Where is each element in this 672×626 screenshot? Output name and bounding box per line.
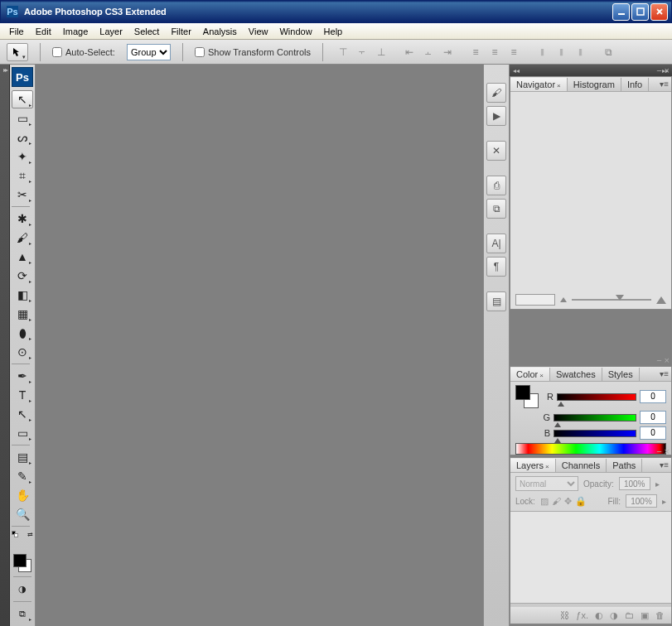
- tab-close-icon[interactable]: ×: [557, 82, 561, 89]
- align-left-icon[interactable]: ⇤: [401, 44, 418, 60]
- navigator-zoom-field[interactable]: [515, 294, 555, 306]
- channel-r-slider[interactable]: [557, 393, 636, 401]
- history-panel-icon[interactable]: ▤: [486, 291, 506, 311]
- shape-tool[interactable]: ▭▸: [12, 424, 33, 442]
- panel-menu-icon[interactable]: ▾≡: [660, 369, 669, 378]
- tab-info[interactable]: Info: [621, 78, 649, 91]
- show-transform-checkbox[interactable]: [195, 47, 205, 57]
- align-top-icon[interactable]: ⊤: [335, 44, 351, 60]
- path-selection-tool[interactable]: ↖▸: [12, 405, 33, 423]
- lock-image-icon[interactable]: 🖌: [552, 496, 561, 507]
- new-group-icon[interactable]: 🗀: [625, 610, 634, 620]
- distribute-hcenter-icon[interactable]: ⦀: [553, 44, 569, 60]
- auto-select-option[interactable]: Auto-Select:: [52, 47, 115, 57]
- screen-mode-button[interactable]: ⧉▸: [12, 604, 33, 623]
- link-layers-icon[interactable]: ⛓: [560, 610, 569, 620]
- panel-minimize-icon[interactable]: −: [656, 355, 661, 365]
- channel-g-slider[interactable]: [554, 414, 636, 421]
- adjustment-layer-icon[interactable]: ◑: [610, 610, 618, 621]
- panel-close-icon[interactable]: ×: [665, 446, 670, 456]
- pen-tool[interactable]: ✒▸: [12, 367, 33, 385]
- menu-file[interactable]: File: [3, 25, 30, 38]
- flyout-icon[interactable]: ▸: [662, 497, 666, 506]
- distribute-right-icon[interactable]: ⦀: [572, 44, 588, 60]
- tab-color[interactable]: Color×: [510, 368, 550, 381]
- opacity-value[interactable]: 100%: [619, 477, 650, 490]
- marquee-tool[interactable]: ▭▸: [12, 109, 33, 128]
- menu-select[interactable]: Select: [128, 25, 166, 38]
- new-layer-icon[interactable]: ▣: [641, 610, 649, 621]
- character-panel-icon[interactable]: A|: [486, 234, 506, 253]
- foreground-background-colors[interactable]: [12, 552, 33, 574]
- history-brush-tool[interactable]: ⟳▸: [12, 267, 33, 285]
- foreground-color-swatch[interactable]: [13, 554, 27, 567]
- tab-paths[interactable]: Paths: [607, 459, 642, 472]
- color-swatch-pair[interactable]: [515, 385, 539, 408]
- current-tool-indicator[interactable]: [7, 43, 28, 61]
- distribute-top-icon[interactable]: ≡: [467, 44, 484, 60]
- menu-view[interactable]: View: [243, 25, 274, 38]
- fill-value[interactable]: 100%: [626, 494, 657, 508]
- close-button[interactable]: [650, 3, 668, 21]
- panel-close-icon[interactable]: ×: [665, 355, 670, 365]
- slice-tool[interactable]: ✂▸: [12, 185, 33, 204]
- align-vcenter-icon[interactable]: ⫟: [354, 44, 370, 60]
- hand-tool[interactable]: ✋: [12, 486, 33, 504]
- lock-position-icon[interactable]: ✥: [564, 496, 572, 507]
- channel-g-value[interactable]: 0: [640, 411, 666, 424]
- tab-styles[interactable]: Styles: [602, 368, 640, 381]
- swap-colors-icon[interactable]: ⇄: [27, 531, 33, 538]
- menu-layer[interactable]: Layer: [94, 25, 128, 38]
- tab-swatches[interactable]: Swatches: [550, 368, 602, 381]
- paragraph-panel-icon[interactable]: ¶: [486, 257, 506, 277]
- zoom-in-icon[interactable]: [656, 296, 666, 304]
- healing-brush-tool[interactable]: ✱▸: [12, 209, 33, 228]
- eraser-tool[interactable]: ◧▸: [12, 286, 33, 304]
- dodge-tool[interactable]: ⊙▸: [12, 343, 33, 361]
- zoom-tool[interactable]: 🔍: [12, 505, 33, 523]
- show-transform-option[interactable]: Show Transform Controls: [195, 47, 311, 57]
- lock-transparency-icon[interactable]: ▨: [540, 496, 549, 507]
- clone-stamp-tool[interactable]: ▲▸: [12, 248, 33, 266]
- menu-image[interactable]: Image: [57, 25, 94, 38]
- eyedropper-tool[interactable]: ✎▸: [12, 467, 33, 485]
- align-right-icon[interactable]: ⇥: [439, 44, 456, 60]
- brush-tool[interactable]: 🖌▸: [12, 229, 33, 247]
- clone-source-panel-icon[interactable]: ▶: [486, 106, 506, 126]
- distribute-left-icon[interactable]: ⦀: [534, 44, 550, 60]
- panel-minimize-icon[interactable]: −: [656, 65, 661, 75]
- color-spectrum-ramp[interactable]: [515, 443, 666, 455]
- canvas-workspace[interactable]: [36, 65, 483, 626]
- channel-b-slider[interactable]: [554, 430, 636, 437]
- menu-filter[interactable]: Filter: [165, 25, 196, 38]
- auto-select-mode-dropdown[interactable]: Group: [127, 44, 171, 60]
- layer-mask-icon[interactable]: ◐: [595, 610, 603, 621]
- panel-menu-icon[interactable]: ▾≡: [660, 460, 669, 470]
- brushes-panel-icon[interactable]: 🖌: [486, 83, 506, 103]
- tab-histogram[interactable]: Histogram: [568, 78, 621, 91]
- blur-tool[interactable]: ⬮▸: [12, 324, 33, 342]
- default-colors[interactable]: ⇄: [12, 531, 33, 552]
- panel-minimize-icon[interactable]: −: [656, 446, 661, 456]
- gradient-tool[interactable]: ▦▸: [12, 305, 33, 323]
- panel-dock-strip[interactable]: ◂◂ ▸▸: [510, 65, 672, 76]
- left-dock-strip[interactable]: ▸▸: [0, 65, 10, 626]
- actions-panel-icon[interactable]: ⧉: [486, 199, 506, 219]
- channel-b-value[interactable]: 0: [640, 426, 666, 440]
- panel-menu-icon[interactable]: ▾≡: [660, 79, 669, 89]
- menu-edit[interactable]: Edit: [30, 25, 57, 38]
- auto-align-icon[interactable]: ⧉: [600, 44, 616, 60]
- lock-all-icon[interactable]: 🔒: [575, 496, 587, 507]
- quick-mask-button[interactable]: ◑: [12, 580, 33, 598]
- menu-window[interactable]: Window: [273, 25, 317, 38]
- distribute-vcenter-icon[interactable]: ≡: [486, 44, 503, 60]
- maximize-button[interactable]: [631, 3, 649, 21]
- panel-close-icon[interactable]: ×: [665, 65, 670, 75]
- auto-select-checkbox[interactable]: [52, 47, 62, 57]
- tab-channels[interactable]: Channels: [556, 459, 607, 472]
- menu-analysis[interactable]: Analysis: [197, 25, 243, 38]
- move-tool[interactable]: ↖▸: [12, 90, 33, 108]
- align-bottom-icon[interactable]: ⊥: [373, 44, 389, 60]
- distribute-bottom-icon[interactable]: ≡: [505, 44, 522, 60]
- tab-navigator[interactable]: Navigator×: [510, 78, 568, 91]
